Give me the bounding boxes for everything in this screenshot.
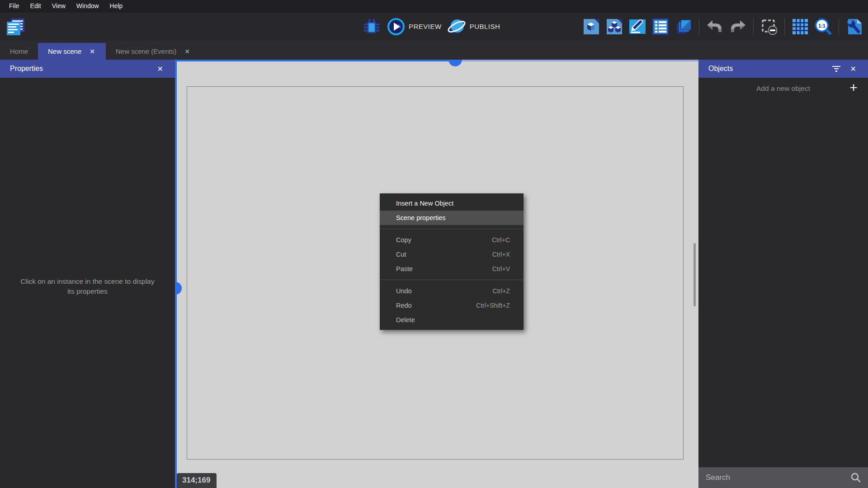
objects-search-bar (698, 467, 868, 488)
toolbar-right-group: 1:1 (581, 12, 864, 41)
menu-item-label: Insert a New Object (396, 200, 510, 207)
context-menu-item-cut[interactable]: Cut Ctrl+X (380, 247, 524, 262)
menu-item-label: Paste (396, 265, 492, 272)
toolbar-separator (784, 18, 785, 35)
objects-search-input[interactable] (706, 473, 850, 482)
cursor-coordinates-badge: 314;169 (177, 473, 217, 488)
panel-scrollbar-thumb[interactable] (693, 243, 696, 306)
vertical-scrollbar[interactable] (175, 60, 177, 488)
toolbar-separator (699, 18, 699, 35)
close-icon[interactable]: ✕ (184, 47, 191, 56)
menu-help[interactable]: Help (104, 0, 128, 12)
play-circle-icon (387, 18, 405, 36)
layers-button[interactable] (674, 17, 693, 37)
objects-panel-header: Objects ✕ (698, 60, 868, 78)
menu-item-label: Scene properties (396, 214, 510, 221)
menu-view[interactable]: View (47, 0, 71, 12)
tab-label: Home (10, 47, 28, 55)
scene-tools-button[interactable] (844, 17, 864, 37)
undo-arrow-icon (705, 17, 725, 37)
layers-stack-icon (674, 17, 693, 37)
page-cubes-icon (604, 17, 624, 37)
scene-variables-button[interactable] (627, 17, 647, 37)
toolbar-separator (839, 18, 839, 35)
preview-button[interactable]: PREVIEW (387, 18, 442, 36)
objects-panel-title: Objects (708, 65, 733, 73)
tab-label: New scene (Events) (116, 47, 176, 55)
instances-list-button[interactable] (651, 17, 670, 37)
window-mask-button[interactable] (759, 17, 779, 37)
add-object-row[interactable]: Add a new object + (698, 78, 868, 99)
menu-item-label: Copy (396, 236, 492, 244)
menu-edit[interactable]: Edit (25, 0, 47, 12)
close-icon[interactable]: ✕ (154, 65, 167, 73)
menu-item-shortcut: Ctrl+Shift+Z (476, 302, 510, 309)
svg-text:1:1: 1:1 (818, 23, 826, 28)
project-manager-icon[interactable] (5, 16, 26, 38)
scene-canvas[interactable]: 314;169 Insert a New Object Scene proper… (175, 60, 698, 488)
context-menu-item-scene-properties[interactable]: Scene properties (380, 211, 524, 225)
menu-separator (380, 229, 524, 229)
plus-icon[interactable]: + (845, 80, 862, 96)
redo-arrow-icon (728, 17, 748, 37)
context-menu-item-redo[interactable]: Redo Ctrl+Shift+Z (380, 298, 524, 313)
preview-label: PREVIEW (409, 23, 442, 30)
horizontal-scrollbar-thumb[interactable] (448, 60, 462, 66)
instances-list-icon (651, 17, 670, 37)
debugger-button[interactable] (362, 17, 382, 37)
menu-item-label: Delete (396, 316, 510, 324)
properties-panel-title: Properties (10, 65, 43, 73)
context-menu: Insert a New Object Scene properties Cop… (380, 193, 524, 330)
redo-button[interactable] (728, 17, 748, 37)
search-icon[interactable] (850, 472, 862, 483)
publish-button[interactable]: PUBLISH (447, 17, 500, 36)
object-groups-button[interactable] (604, 17, 624, 37)
context-menu-item-delete[interactable]: Delete (380, 313, 524, 327)
toolbar-center-group: PREVIEW PUBLISH (362, 12, 500, 41)
undo-button[interactable] (705, 17, 725, 37)
menu-item-shortcut: Ctrl+X (492, 251, 510, 258)
mask-frame-icon (759, 17, 779, 37)
close-icon[interactable]: ✕ (847, 65, 860, 73)
tab-home[interactable]: Home (0, 43, 38, 60)
horizontal-scrollbar-track[interactable] (456, 60, 698, 61)
main-area: Properties ✕ Click on an instance in the… (0, 60, 868, 488)
context-menu-item-copy[interactable]: Copy Ctrl+C (380, 233, 524, 247)
menu-file[interactable]: File (4, 0, 25, 12)
close-icon[interactable]: ✕ (89, 47, 96, 56)
menu-item-shortcut: Ctrl+V (492, 265, 510, 272)
one-to-one-zoom-icon: 1:1 (813, 17, 833, 37)
objects-editor-button[interactable] (581, 17, 601, 37)
horizontal-scrollbar[interactable] (175, 60, 456, 61)
objects-panel: Objects ✕ Add a new object + (698, 60, 868, 488)
menu-bar: File Edit View Window Help (0, 0, 868, 12)
menu-item-label: Redo (396, 302, 476, 309)
properties-empty-message: Click on an instance in the scene to dis… (0, 277, 175, 297)
menu-item-label: Cut (396, 251, 492, 258)
page-cube-icon (581, 17, 601, 37)
debugger-chip-icon (362, 17, 381, 36)
publish-globe-icon (447, 17, 466, 36)
grid-button[interactable] (790, 17, 810, 37)
vertical-scrollbar-thumb[interactable] (175, 282, 182, 295)
context-menu-item-insert-object[interactable]: Insert a New Object (380, 196, 524, 211)
menu-item-shortcut: Ctrl+Z (493, 287, 510, 295)
properties-panel-header: Properties ✕ (0, 60, 175, 78)
add-object-label: Add a new object (698, 84, 868, 93)
editor-tab-bar: Home New scene ✕ New scene (Events) ✕ (0, 41, 868, 60)
menu-separator (380, 280, 524, 280)
menu-item-shortcut: Ctrl+C (492, 236, 510, 244)
context-menu-item-undo[interactable]: Undo Ctrl+Z (380, 284, 524, 298)
context-menu-item-paste[interactable]: Paste Ctrl+V (380, 262, 524, 276)
zoom-one-to-one-button[interactable]: 1:1 (813, 17, 833, 37)
filter-icon[interactable] (832, 66, 840, 72)
tab-new-scene-events[interactable]: New scene (Events) ✕ (106, 43, 201, 60)
pencil-square-icon (627, 17, 647, 37)
gdevelop-window: File Edit View Window Help (0, 0, 868, 488)
tab-label: New scene (48, 47, 81, 55)
publish-label: PUBLISH (470, 23, 500, 30)
tab-new-scene[interactable]: New scene ✕ (38, 43, 106, 60)
project-manager-icon (5, 16, 26, 38)
menu-window[interactable]: Window (71, 0, 104, 12)
properties-panel: Properties ✕ Click on an instance in the… (0, 60, 175, 488)
